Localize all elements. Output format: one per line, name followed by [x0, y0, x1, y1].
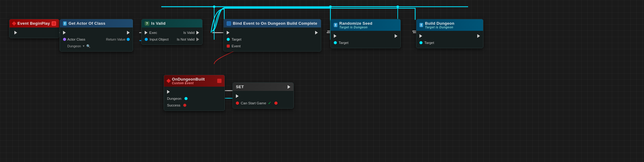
build-dungeon-title: Build Dungeon — [425, 21, 454, 26]
randomize-seed-title: Randomize Seed — [339, 21, 372, 26]
is-valid-body: Exec Is Valid Input Object Is Not Valid — [142, 27, 202, 45]
svg-point-2 — [213, 5, 215, 8]
event-begin-play-body — [9, 27, 59, 38]
dropdown-arrow: ▼ — [82, 45, 85, 48]
odb-success-pin — [183, 104, 186, 107]
input-obj-label: Input Object — [150, 38, 169, 41]
actor-class-value-row: Dungeon ▼ 🔍 — [60, 43, 133, 49]
build-target-row: Target — [416, 39, 483, 46]
get-actor-header: f Get Actor Of Class — [60, 19, 133, 27]
custom-event-box — [217, 79, 221, 83]
event-begin-play-title: Event BeginPlay — [17, 21, 50, 26]
set-exec-out — [288, 85, 290, 89]
build-dungeon-header: f Build Dungeon Target is Dungeon — [416, 19, 483, 31]
bind-target-row: Target — [224, 36, 321, 43]
get-actor-title: Get Actor Of Class — [69, 21, 106, 26]
bind-icon — [227, 21, 231, 26]
input-obj-pin — [145, 38, 148, 41]
is-valid-node: ? Is Valid Exec Is Valid Input Object Is… — [141, 19, 203, 45]
bind-exec-in — [227, 31, 229, 34]
bind-event-title: Bind Event to On Dungeon Build Complete — [233, 21, 317, 26]
randomize-seed-node: f Randomize Seed Target is Dungeon Targe… — [330, 19, 401, 48]
is-not-valid-label: Is Not Valid — [177, 38, 195, 41]
odb-exec-row — [164, 88, 225, 95]
odb-dungeon-row: Dungeon — [164, 95, 225, 102]
build-exec-row — [416, 33, 483, 39]
set-var-out-pin — [274, 102, 277, 105]
get-actor-of-class-node: f Get Actor Of Class Actor Class Return … — [60, 19, 133, 52]
is-valid-exec-row: Exec Is Valid — [142, 29, 202, 36]
dungeon-dropdown[interactable]: Dungeon ▼ 🔍 — [67, 44, 91, 48]
rand-exec-row — [331, 33, 400, 39]
is-valid-input-row: Input Object Is Not Valid — [142, 36, 202, 43]
build-exec-out — [477, 34, 480, 38]
set-variable-label: Can Start Game — [241, 101, 266, 105]
set-title: SET — [236, 85, 244, 89]
build-target-pin — [419, 41, 423, 44]
search-icon: 🔍 — [86, 44, 91, 48]
is-valid-out-label: Is Valid — [183, 31, 195, 34]
get-actor-body: Actor Class Return Value Dungeon ▼ 🔍 — [60, 27, 133, 51]
svg-point-4 — [396, 5, 399, 8]
odb-exec-out — [167, 90, 170, 94]
bind-event-body: Target Event — [224, 27, 321, 51]
set-var-in-pin — [236, 102, 239, 105]
odb-success-label: Success — [167, 103, 180, 107]
rand-target-row: Target — [331, 39, 400, 46]
bind-event-label: Event — [232, 44, 240, 48]
bind-target-label: Target — [232, 38, 241, 41]
randomize-seed-subtitle: Target is Dungeon — [339, 26, 372, 29]
on-dungeon-built-header: OnDungeonBuilt Custom Event — [164, 75, 225, 87]
odb-dungeon-pin — [184, 97, 188, 100]
set-exec-row — [233, 93, 293, 99]
func-icon-rand: f — [334, 23, 337, 27]
return-value-pin — [127, 38, 130, 41]
event-icon-box — [52, 21, 56, 26]
bind-event-pin — [227, 45, 230, 48]
rand-target-label: Target — [339, 41, 348, 45]
get-actor-exec-in — [63, 31, 66, 34]
on-dungeon-built-body: Dungeon Success — [164, 87, 225, 110]
bind-target-pin — [227, 38, 230, 41]
svg-point-3 — [329, 5, 332, 8]
build-dungeon-subtitle: Target is Dungeon — [425, 26, 454, 29]
is-valid-header: ? Is Valid — [142, 19, 202, 27]
is-valid-title: Is Valid — [151, 21, 166, 26]
build-target-label: Target — [424, 41, 434, 45]
actor-class-pin — [63, 38, 66, 41]
get-actor-exec-out — [127, 31, 130, 34]
function-icon: f — [63, 21, 67, 26]
bind-event-row: Event — [224, 43, 321, 49]
bind-event-node: Bind Event to On Dungeon Build Complete … — [223, 19, 321, 52]
get-actor-class-row: Actor Class Return Value — [60, 36, 133, 43]
on-dungeon-built-node: OnDungeonBuilt Custom Event Dungeon Succ… — [164, 75, 225, 111]
set-body: Can Start Game ✓ — [233, 91, 293, 108]
on-dungeon-built-title: OnDungeonBuilt — [172, 77, 205, 81]
bind-exec-out — [315, 31, 318, 34]
event-exec-out-row — [9, 29, 59, 36]
event-begin-play-node: Event BeginPlay — [9, 19, 59, 38]
rand-exec-out — [395, 34, 397, 38]
custom-event-icon — [166, 79, 171, 83]
set-checkmark: ✓ — [268, 101, 271, 105]
bind-event-header: Bind Event to On Dungeon Build Complete — [224, 19, 321, 27]
get-actor-exec-row — [60, 29, 133, 36]
randomize-seed-body: Target — [331, 31, 400, 48]
odb-dungeon-label: Dungeon — [167, 97, 181, 100]
event-exec-out-pin — [14, 31, 17, 34]
build-dungeon-body: Target — [416, 31, 483, 48]
build-exec-in — [419, 34, 422, 38]
set-variable-row: Can Start Game ✓ — [233, 99, 293, 106]
actor-class-label: Actor Class — [67, 38, 85, 41]
rand-target-pin — [334, 41, 337, 44]
is-not-valid-pin — [196, 38, 199, 41]
set-node: SET Can Start Game ✓ — [233, 82, 294, 109]
func-icon-build: f — [419, 23, 423, 27]
event-begin-play-header: Event BeginPlay — [9, 19, 59, 27]
on-dungeon-built-subtitle: Custom Event — [172, 81, 205, 85]
is-valid-exec-in — [145, 31, 147, 34]
bind-event-exec-row — [224, 29, 321, 36]
return-value-label: Return Value — [106, 38, 125, 41]
set-exec-in — [236, 94, 239, 98]
randomize-seed-header: f Randomize Seed Target is Dungeon — [331, 19, 400, 31]
